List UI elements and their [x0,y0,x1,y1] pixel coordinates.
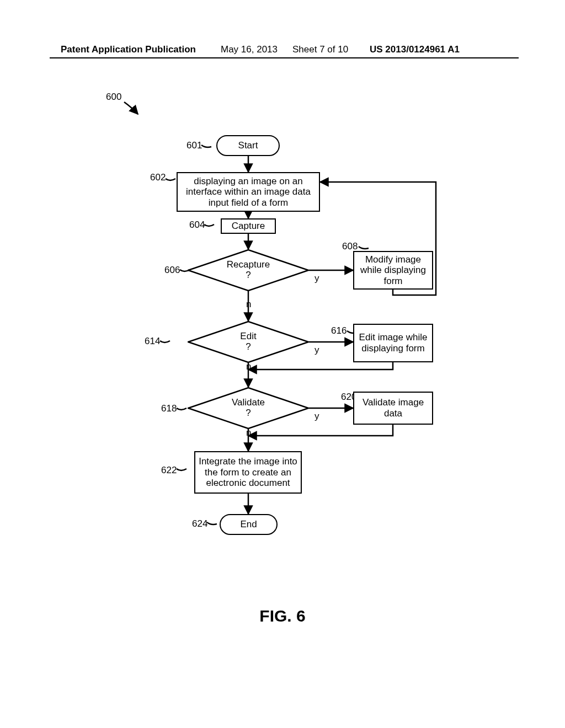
ref-624: 624 [192,518,207,529]
node-modify-image: Modify image while displaying form [353,251,433,290]
node-edit-label: Edit ? [188,321,309,363]
node-display-image: displaying an image on an interface with… [177,172,320,212]
sheet-number: Sheet 7 of 10 [292,44,348,55]
node-integrate: Integrate the image into the form to cre… [194,451,302,494]
publication-date: May 16, 2013 [221,44,278,55]
ref-622: 622 [161,465,177,476]
ref-601: 601 [186,140,202,151]
header-rule [50,57,519,58]
node-capture: Capture [221,218,276,234]
ref-614: 614 [145,336,160,347]
node-edit-decision: Edit ? [188,321,309,363]
node-recapture-label: Recapture ? [188,249,309,291]
ref-600: 600 [106,92,121,103]
figure-caption: FIG. 6 [0,607,565,625]
ref-608: 608 [342,241,358,252]
ref-616: 616 [331,325,347,336]
node-edit-image: Edit image while displaying form [353,324,433,362]
ref-606: 606 [164,265,180,276]
edge-n-618: n [246,427,251,438]
edge-y-618: y [315,411,319,422]
ref-618: 618 [161,403,177,414]
edge-n-606: n [246,299,251,310]
node-validate-image: Validate image data [353,392,433,425]
page: Patent Application Publication May 16, 2… [0,0,565,728]
edge-y-606: y [315,273,319,284]
edge-y-614: y [315,345,319,356]
node-validate-label: Validate ? [188,387,309,429]
publication-label: Patent Application Publication [61,44,196,55]
edge-n-614: n [246,361,251,372]
publication-number: US 2013/0124961 A1 [370,44,460,55]
node-validate-decision: Validate ? [188,387,309,429]
node-recapture-decision: Recapture ? [188,249,309,291]
ref-604: 604 [189,220,205,231]
node-end: End [220,514,278,535]
ref-602: 602 [150,172,166,183]
node-start: Start [216,135,280,156]
